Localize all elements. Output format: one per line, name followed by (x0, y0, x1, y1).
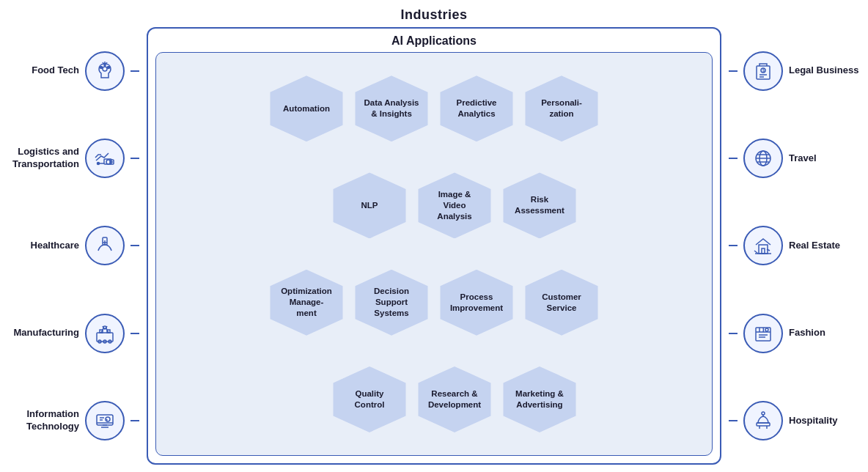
hex-optimization: OptimizationManage-ment (266, 270, 347, 336)
right-sidebar: $ Legal Business Travel (721, 27, 868, 465)
svg-text:$: $ (762, 68, 765, 73)
center-box: AI Applications Automation Data Analysis… (147, 27, 721, 465)
fashion-connector (729, 333, 738, 334)
hex-decision-label: DecisionSupportSystems (369, 286, 413, 319)
fashion-icon (743, 314, 783, 353)
hex-row-3: OptimizationManage-ment DecisionSupportS… (162, 270, 706, 336)
hex-decision: DecisionSupportSystems (351, 270, 432, 336)
infotech-icon (85, 401, 125, 440)
manufacturing-label: Manufacturing (13, 327, 79, 339)
hex-personalization: Personali-zation (521, 75, 602, 141)
svg-point-7 (98, 163, 100, 165)
hex-customer-label: CustomerService (537, 292, 586, 314)
left-sidebar: Food Tech (0, 27, 147, 465)
hex-personalization-label: Personali-zation (537, 97, 586, 119)
hex-nlp-label: NLP (357, 200, 383, 211)
svg-point-17 (103, 326, 106, 329)
legal-icon: $ (743, 51, 783, 91)
sidebar-item-logistics: Logistics andTransportation (12, 139, 139, 178)
hex-research-label: Research &Development (424, 388, 485, 410)
legal-label: Legal Business (789, 64, 858, 77)
logistics-label: Logistics andTransportation (12, 146, 79, 171)
hex-quality-label: QualityControl (350, 388, 389, 410)
logistics-icon (85, 139, 125, 178)
sidebar-item-travel: Travel (729, 139, 817, 178)
sidebar-item-manufacturing: Manufacturing (13, 314, 139, 353)
svg-point-35 (762, 412, 765, 415)
main-layout: Food Tech (0, 27, 868, 465)
hex-automation-label: Automation (279, 103, 334, 114)
hex-process-label: ProcessImprovement (446, 292, 507, 314)
hex-quality: QualityControl (329, 366, 410, 432)
realestate-connector (729, 245, 738, 246)
fashion-label: Fashion (789, 327, 825, 339)
sidebar-item-infotech: InformationTechnology (26, 401, 139, 440)
hex-predictive-label: PredictiveAnalytics (452, 97, 501, 119)
hex-row-4: QualityControl Research &Development Mar… (203, 366, 706, 432)
hex-process: ProcessImprovement (436, 270, 517, 336)
hex-row-1: Automation Data Analysis& Insights Predi… (162, 75, 706, 141)
hex-data-analysis: Data Analysis& Insights (351, 75, 432, 141)
hex-row-2: NLP Image &VideoAnalysis RiskAssessment (203, 172, 706, 238)
hex-optimization-label: OptimizationManage-ment (276, 286, 336, 319)
hex-image-video: Image &VideoAnalysis (414, 172, 495, 238)
realestate-icon (743, 226, 783, 265)
hospitality-label: Hospitality (789, 415, 837, 427)
hex-marketing-label: Marketing &Advertising (511, 388, 568, 410)
sidebar-item-healthcare: Healthcare (31, 226, 139, 265)
sidebar-item-fashion: Fashion (729, 314, 825, 353)
travel-icon (743, 139, 783, 178)
food-tech-connector (130, 70, 139, 72)
hospitality-icon (743, 401, 783, 440)
svg-rect-36 (757, 423, 770, 426)
diagram-container: Industries Food Tech (0, 0, 868, 472)
realestate-label: Real Estate (789, 240, 840, 252)
healthcare-connector (130, 245, 139, 246)
svg-point-2 (100, 66, 103, 68)
svg-point-0 (103, 67, 107, 71)
infotech-label: InformationTechnology (26, 408, 79, 433)
hex-marketing: Marketing &Advertising (499, 366, 580, 432)
svg-rect-32 (762, 248, 765, 254)
hex-image-video-label: Image &VideoAnalysis (433, 189, 476, 222)
sidebar-item-food-tech: Food Tech (32, 51, 139, 91)
hex-grid-box: Automation Data Analysis& Insights Predi… (155, 52, 713, 456)
hospitality-connector (729, 420, 738, 421)
travel-connector (729, 158, 738, 159)
hex-risk: RiskAssessment (499, 172, 580, 238)
manufacturing-icon (85, 314, 125, 353)
svg-point-34 (765, 328, 768, 331)
hex-predictive: PredictiveAnalytics (436, 75, 517, 141)
svg-point-22 (106, 417, 110, 421)
infotech-connector (130, 420, 139, 421)
svg-point-3 (108, 66, 110, 68)
travel-label: Travel (789, 152, 817, 165)
svg-rect-18 (97, 415, 113, 425)
healthcare-label: Healthcare (31, 240, 79, 252)
logistics-connector (130, 158, 139, 159)
hex-risk-label: RiskAssessment (510, 194, 569, 216)
svg-point-4 (104, 64, 106, 66)
food-tech-label: Food Tech (32, 64, 79, 77)
sidebar-item-hospitality: Hospitality (729, 401, 837, 440)
legal-connector (729, 70, 738, 72)
sidebar-item-realestate: Real Estate (729, 226, 840, 265)
hex-automation: Automation (266, 75, 347, 141)
ai-applications-title: AI Applications (391, 34, 477, 48)
manufacturing-connector (130, 333, 139, 334)
food-tech-icon (85, 51, 125, 91)
svg-rect-31 (759, 245, 768, 254)
industries-title: Industries (400, 7, 467, 23)
healthcare-icon (85, 226, 125, 265)
hex-data-analysis-label: Data Analysis& Insights (360, 97, 424, 119)
sidebar-item-legal: $ Legal Business (729, 51, 858, 91)
hex-customer: CustomerService (521, 270, 602, 336)
hex-nlp: NLP (329, 172, 410, 238)
hex-research: Research &Development (414, 366, 495, 432)
